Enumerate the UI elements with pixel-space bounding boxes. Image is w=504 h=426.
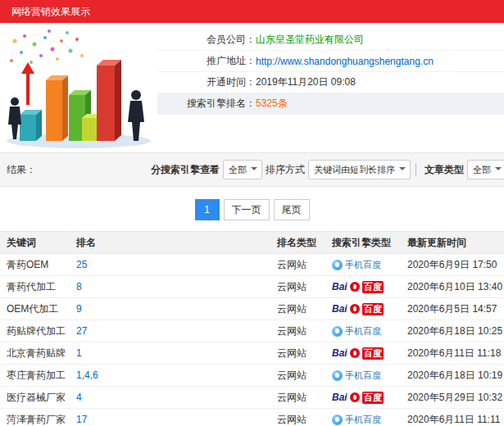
page-title: 网络营销效果展示 bbox=[11, 5, 90, 19]
update-time-cell: 2020年5月29日 10:32 bbox=[407, 391, 504, 405]
filter-divider bbox=[415, 163, 416, 176]
update-time-cell: 2020年6月10日 13:40 bbox=[407, 280, 504, 294]
keyword-cell: OEM代加工 bbox=[7, 302, 76, 316]
col-rank-type: 排名类型 bbox=[277, 236, 332, 250]
keyword-cell: 膏药OEM bbox=[7, 258, 76, 272]
info-row-company: 会员公司： 山东皇圣堂药业有限公司 bbox=[157, 29, 504, 51]
rank-link[interactable]: 27 bbox=[76, 325, 277, 337]
page-1-button[interactable]: 1 bbox=[195, 199, 220, 220]
table-body: 膏药OEM 25 云网站 手机百度 2020年6月9日 17:50 膏药代加工 … bbox=[0, 254, 504, 426]
keyword-cell: 枣庄膏药加工 bbox=[7, 369, 76, 383]
rank-count-label: 搜索引擎排名： bbox=[157, 97, 256, 111]
table-row: OEM代加工 9 云网站 Bai百度 2020年6月5日 14:57 bbox=[0, 298, 504, 320]
baidu-label: 百度 bbox=[362, 281, 384, 293]
filter-bar: 结果： 分搜索引擎查看 全部 排序方式 关键词由短到长排序 文章类型 全部 提交 bbox=[0, 152, 504, 187]
growth-arrow-icon bbox=[21, 62, 34, 105]
keyword-cell: 膏药代加工 bbox=[7, 280, 76, 294]
baidu-paw-icon bbox=[350, 282, 360, 292]
rank-count-value: 5325条 bbox=[256, 97, 288, 111]
mobile-baidu-label: 手机百度 bbox=[345, 259, 381, 271]
engine-cell: Bai百度 bbox=[332, 281, 407, 293]
engine-filter-label: 分搜索引擎查看 bbox=[151, 163, 220, 177]
rank-type-cell: 云网站 bbox=[277, 347, 332, 360]
update-time-cell: 2020年6月9日 17:50 bbox=[407, 258, 504, 272]
company-label: 会员公司： bbox=[157, 33, 256, 47]
mobile-baidu-label: 手机百度 bbox=[345, 325, 381, 338]
mobile-baidu-icon bbox=[332, 260, 343, 270]
update-time-cell: 2020年6月18日 10:19 bbox=[407, 369, 504, 383]
rank-link[interactable]: 1 bbox=[76, 347, 277, 359]
table-row: 北京膏药贴牌 1 云网站 Bai百度 2020年6月11日 11:18 bbox=[0, 342, 504, 365]
rank-link[interactable]: 1,4,6 bbox=[76, 369, 277, 381]
mobile-baidu-label: 手机百度 bbox=[345, 369, 381, 382]
engine-filter-select[interactable]: 全部 bbox=[223, 160, 262, 179]
col-keyword: 关键词 bbox=[7, 236, 76, 250]
baidu-paw-icon bbox=[350, 304, 360, 314]
baidu-label: 百度 bbox=[362, 392, 384, 404]
article-type-label: 文章类型 bbox=[425, 163, 464, 177]
marketing-chart-illustration bbox=[0, 26, 157, 151]
keyword-cell: 菏泽膏药厂家 bbox=[7, 413, 76, 426]
table-row: 药贴牌代加工 27 云网站 手机百度 2020年6月18日 10:25 bbox=[0, 320, 504, 342]
rank-type-cell: 云网站 bbox=[277, 413, 332, 426]
engine-cell: 手机百度 bbox=[332, 325, 407, 338]
col-rank: 排名 bbox=[76, 236, 277, 250]
engine-cell: Bai百度 bbox=[332, 347, 407, 360]
mobile-baidu-label: 手机百度 bbox=[345, 414, 381, 426]
baidu-paw-icon bbox=[350, 348, 360, 358]
next-page-button[interactable]: 下一页 bbox=[224, 199, 270, 220]
table-row: 菏泽膏药厂家 17 云网站 手机百度 2020年6月11日 11:11 bbox=[0, 409, 504, 426]
result-label: 结果： bbox=[7, 163, 36, 177]
title-bar: 网络营销效果展示 bbox=[0, 0, 504, 23]
col-update-time: 最新更新时间 bbox=[407, 236, 504, 250]
rank-link[interactable]: 25 bbox=[76, 259, 277, 270]
baidu-logo-text: Bai bbox=[332, 303, 347, 315]
baidu-label: 百度 bbox=[362, 347, 384, 360]
table-header: 关键词 排名 排名类型 搜索引擎类型 最新更新时间 bbox=[0, 231, 504, 254]
mobile-baidu-icon bbox=[332, 370, 343, 381]
mobile-baidu-icon bbox=[332, 415, 343, 425]
article-type-select[interactable]: 全部 bbox=[467, 160, 504, 179]
rank-link[interactable]: 17 bbox=[76, 414, 277, 425]
rank-link[interactable]: 4 bbox=[76, 392, 277, 403]
rank-link[interactable]: 9 bbox=[76, 303, 277, 315]
baidu-logo-text: Bai bbox=[332, 281, 347, 292]
table-row: 膏药OEM 25 云网站 手机百度 2020年6月9日 17:50 bbox=[0, 254, 504, 276]
keyword-cell: 医疗器械厂家 bbox=[7, 391, 76, 405]
table-row: 医疗器械厂家 4 云网站 Bai百度 2020年5月29日 10:32 bbox=[0, 387, 504, 409]
pagination: 1 下一页 尾页 bbox=[0, 187, 504, 231]
engine-cell: Bai百度 bbox=[332, 303, 407, 315]
bar-chart-growth-image bbox=[0, 26, 157, 151]
last-page-button[interactable]: 尾页 bbox=[274, 199, 310, 220]
top-section: 会员公司： 山东皇圣堂药业有限公司 推广地址： http://www.shand… bbox=[0, 23, 504, 152]
rank-type-cell: 云网站 bbox=[277, 369, 332, 383]
company-link[interactable]: 山东皇圣堂药业有限公司 bbox=[256, 33, 364, 47]
promo-url-label: 推广地址： bbox=[157, 54, 256, 68]
engine-cell: 手机百度 bbox=[332, 414, 407, 426]
member-info-panel: 会员公司： 山东皇圣堂药业有限公司 推广地址： http://www.shand… bbox=[157, 29, 504, 152]
info-row-rank-count: 搜索引擎排名： 5325条 bbox=[157, 93, 504, 115]
keyword-cell: 药贴牌代加工 bbox=[7, 324, 76, 338]
mobile-baidu-icon bbox=[332, 326, 343, 337]
rank-type-cell: 云网站 bbox=[277, 391, 332, 405]
update-time-cell: 2020年6月11日 11:11 bbox=[407, 413, 504, 426]
sort-label: 排序方式 bbox=[266, 163, 305, 177]
baidu-label: 百度 bbox=[362, 303, 384, 315]
rank-link[interactable]: 8 bbox=[76, 281, 277, 292]
promo-url-link[interactable]: http://www.shandonghuangshengtang.cn bbox=[256, 56, 434, 67]
rank-type-cell: 云网站 bbox=[277, 258, 332, 272]
baidu-logo-text: Bai bbox=[332, 392, 347, 403]
open-time-label: 开通时间： bbox=[157, 75, 256, 89]
rank-type-cell: 云网站 bbox=[277, 280, 332, 294]
sort-select[interactable]: 关键词由短到长排序 bbox=[308, 160, 411, 179]
col-engine-type: 搜索引擎类型 bbox=[332, 236, 407, 250]
info-row-open-time: 开通时间： 2019年11月20日 09:08 bbox=[157, 72, 504, 93]
update-time-cell: 2020年6月18日 10:25 bbox=[407, 324, 504, 338]
engine-cell: 手机百度 bbox=[332, 369, 407, 382]
baidu-paw-icon bbox=[350, 392, 360, 402]
table-row: 膏药代加工 8 云网站 Bai百度 2020年6月10日 13:40 bbox=[0, 276, 504, 298]
table-row: 枣庄膏药加工 1,4,6 云网站 手机百度 2020年6月18日 10:19 bbox=[0, 365, 504, 387]
rank-type-cell: 云网站 bbox=[277, 324, 332, 338]
info-row-url: 推广地址： http://www.shandonghuangshengtang.… bbox=[157, 51, 504, 72]
baidu-logo-text: Bai bbox=[332, 347, 347, 359]
